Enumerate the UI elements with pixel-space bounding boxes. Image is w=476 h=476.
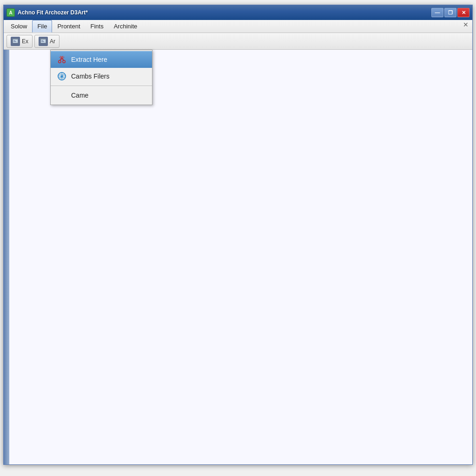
sidebar-strip — [4, 50, 9, 464]
dropdown-separator — [51, 86, 152, 86]
window-title: Achno Fit Archozer D3Art* — [18, 9, 88, 16]
toolbar-icon-2 — [39, 37, 48, 46]
menu-came[interactable]: Came — [51, 87, 152, 104]
extract-here-icon — [56, 54, 67, 65]
svg-line-13 — [62, 56, 63, 58]
cambs-filers-icon — [56, 71, 67, 82]
minimize-button[interactable]: — — [431, 8, 443, 17]
close-button[interactable]: ✕ — [457, 8, 469, 17]
menu-item-archinite[interactable]: Archinite — [109, 20, 143, 33]
extract-here-label: Extract Here — [71, 56, 107, 63]
maximize-button[interactable]: ❐ — [444, 8, 456, 17]
title-bar-left: A Achno Fit Archozer D3Art* — [7, 8, 88, 17]
menu-item-solow[interactable]: Solow — [6, 20, 32, 33]
svg-rect-1 — [13, 40, 18, 43]
menu-item-file[interactable]: File — [32, 20, 52, 33]
toolbar-button-2[interactable]: Ar — [34, 35, 60, 48]
cambs-filers-label: Cambs Filers — [71, 73, 109, 80]
came-label: Came — [71, 92, 88, 99]
came-icon-placeholder — [56, 90, 67, 101]
title-bar: A Achno Fit Archozer D3Art* — ❐ ✕ — [4, 5, 472, 20]
menu-spacer — [142, 20, 461, 33]
svg-rect-2 — [13, 40, 15, 41]
svg-rect-7 — [41, 41, 44, 42]
toolbar-icon-1 — [11, 37, 20, 46]
menu-cambs-filers[interactable]: Cambs Filers — [51, 68, 152, 85]
menu-item-fints[interactable]: Fints — [86, 20, 109, 33]
main-window: A Achno Fit Archozer D3Art* — ❐ ✕ Solow … — [3, 5, 473, 465]
content-panel: Extract Here — [9, 50, 472, 464]
menu-item-prontent[interactable]: Prontent — [52, 20, 85, 33]
menu-extract-here[interactable]: Extract Here — [51, 51, 152, 68]
toolbar: Ex Ar — [4, 33, 472, 50]
menu-bar: Solow File Prontent Fints Archinite ✕ — [4, 20, 472, 33]
svg-rect-5 — [41, 40, 46, 43]
window-controls: — ❐ ✕ — [431, 8, 469, 17]
dropdown-menu: Extract Here — [50, 50, 152, 105]
svg-rect-6 — [41, 40, 43, 41]
main-content: Extract Here — [4, 50, 472, 464]
toolbar-button-1[interactable]: Ex — [7, 35, 33, 48]
menu-close-icon[interactable]: ✕ — [461, 20, 470, 29]
svg-rect-3 — [13, 41, 16, 42]
app-icon: A — [7, 8, 15, 17]
